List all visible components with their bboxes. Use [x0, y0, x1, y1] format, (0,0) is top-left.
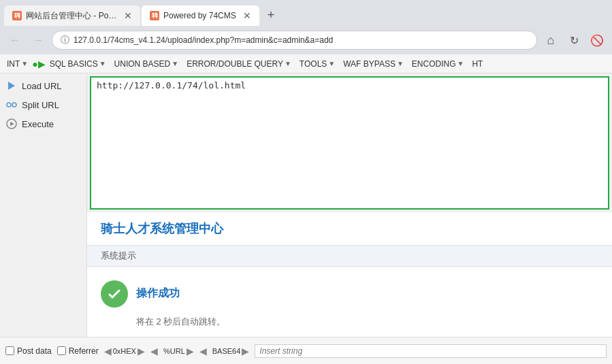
home-button[interactable]: ⌂	[541, 31, 560, 50]
toolbar-ht[interactable]: HT	[468, 58, 487, 70]
system-notice: 系统提示	[87, 246, 612, 267]
toolbar-tools[interactable]: TOOLS ▼	[295, 58, 339, 70]
green-arrow-right: ▶	[38, 59, 46, 69]
svg-point-2	[12, 103, 16, 107]
hex-label: 0xHEX	[113, 347, 136, 355]
toolbar-union-label: UNION BASED	[114, 59, 171, 69]
success-row: 操作成功	[101, 280, 598, 308]
svg-marker-4	[10, 122, 14, 126]
bottom-toolbar: Post data Referrer ◀ 0xHEX ▶ ◀ %URL ▶ ◀ …	[0, 337, 612, 364]
load-url-label: Load URL	[22, 81, 62, 91]
success-message: 将在 2 秒后自动跳转。	[136, 316, 598, 328]
referrer-label: Referrer	[69, 346, 99, 356]
svg-point-1	[7, 103, 11, 107]
sqlmap-toolbar: INT ▼ ● ▶ SQL BASICS ▼ UNION BASED ▼ ERR…	[0, 54, 612, 73]
url-arrow-left: ◀	[150, 346, 158, 357]
toolbar-int[interactable]: INT ▼	[3, 58, 32, 70]
tab-bar: 聘 网站后台管理中心 - Pow... ✕ 聘 Powered by 74CMS…	[0, 0, 612, 26]
base64-label: BASE64	[212, 347, 241, 355]
site-title: 骑士人才系统管理中心	[101, 222, 223, 235]
web-content: 骑士人才系统管理中心 系统提示 操作成功 将在 2 秒后自动跳转。	[87, 212, 612, 337]
load-url-icon	[5, 80, 18, 92]
error-dropdown-arrow: ▼	[285, 60, 291, 67]
success-area: 操作成功 将在 2 秒后自动跳转。 ↵ 返回上一页	[87, 267, 612, 337]
split-url-item[interactable]: Split URL	[0, 95, 86, 114]
tab-1-icon: 聘	[12, 11, 22, 20]
toolbar-sql-basics[interactable]: SQL BASICS ▼	[46, 58, 110, 70]
post-data-label: Post data	[17, 346, 52, 356]
url-arrow-right: ▶	[187, 346, 194, 357]
cancel-navigation-button[interactable]: 🚫	[587, 31, 607, 50]
tab-2-icon: 聘	[150, 11, 159, 20]
encoding-dropdown-arrow: ▼	[457, 60, 464, 67]
url-bar[interactable]: ⓘ 127.0.0.1/74cms_v4.1.24/upload/index.p…	[52, 31, 537, 50]
svg-marker-0	[8, 82, 15, 90]
execute-item[interactable]: Execute	[0, 114, 86, 133]
hex-encode-button[interactable]: ◀ 0xHEX ▶	[104, 346, 145, 357]
refresh-button[interactable]: ↻	[564, 31, 583, 50]
url-input[interactable]: http://127.0.0.1/74/lol.html	[90, 76, 609, 210]
union-dropdown-arrow: ▼	[172, 60, 178, 67]
insert-string-input[interactable]	[255, 344, 607, 358]
sql-basics-dropdown-arrow: ▼	[99, 60, 106, 67]
system-notice-label: 系统提示	[101, 250, 136, 261]
base64-encode-button[interactable]: BASE64 ▶	[212, 346, 250, 357]
base64-encode-left-button[interactable]: ◀	[199, 346, 207, 357]
referrer-checkbox-item[interactable]: Referrer	[57, 346, 99, 356]
toolbar-sql-basics-label: SQL BASICS	[50, 59, 98, 69]
post-data-checkbox-item[interactable]: Post data	[5, 346, 52, 356]
waf-dropdown-arrow: ▼	[397, 60, 404, 67]
toolbar-error-label: ERROR/DOUBLE QUERY	[187, 59, 283, 69]
load-url-item[interactable]: Load URL	[0, 76, 86, 95]
url-encode-button[interactable]: %URL ▶	[163, 346, 194, 357]
main-content-row: Load URL Split URL Execu	[0, 73, 612, 337]
toolbar-union-based[interactable]: UNION BASED ▼	[110, 58, 183, 70]
toolbar-waf-bypass[interactable]: WAF BYPASS ▼	[339, 58, 408, 70]
url-section: http://127.0.0.1/74/lol.html 骑士人才系统管理中心 …	[87, 73, 612, 337]
base64-arrow-left: ◀	[199, 346, 207, 357]
site-header: 骑士人才系统管理中心	[87, 212, 612, 246]
split-url-label: Split URL	[22, 100, 59, 110]
back-button[interactable]: ←	[5, 31, 25, 50]
referrer-checkbox[interactable]	[57, 346, 66, 355]
tab-1[interactable]: 聘 网站后台管理中心 - Pow... ✕	[4, 5, 140, 26]
execute-label: Execute	[22, 119, 54, 129]
left-panel: Load URL Split URL Execu	[0, 73, 87, 337]
success-icon	[101, 280, 128, 308]
tab-1-close[interactable]: ✕	[124, 10, 132, 21]
split-url-icon	[5, 99, 18, 111]
int-dropdown-arrow: ▼	[21, 60, 28, 67]
tab-2[interactable]: 聘 Powered by 74CMS ✕	[142, 5, 259, 26]
new-tab-button[interactable]: +	[263, 8, 279, 22]
execute-icon	[5, 118, 18, 130]
url-display: 127.0.0.1/74cms_v4.1.24/upload/index.php…	[74, 35, 528, 45]
url-encode-left-button[interactable]: ◀	[150, 346, 158, 357]
forward-button[interactable]: →	[29, 31, 48, 50]
hex-arrow-right: ▶	[138, 346, 145, 357]
post-data-checkbox[interactable]	[5, 346, 14, 355]
hex-arrow-left: ◀	[104, 346, 112, 357]
toolbar-error-query[interactable]: ERROR/DOUBLE QUERY ▼	[182, 58, 295, 70]
toolbar-tools-label: TOOLS	[300, 59, 327, 69]
url-encode-label: %URL	[163, 347, 185, 355]
tab-2-close[interactable]: ✕	[243, 10, 251, 21]
browser-window: 聘 网站后台管理中心 - Pow... ✕ 聘 Powered by 74CMS…	[0, 0, 612, 364]
toolbar-encoding-label: ENCODING	[412, 59, 456, 69]
tab-1-title: 网站后台管理中心 - Pow...	[26, 10, 117, 22]
toolbar-waf-label: WAF BYPASS	[343, 59, 396, 69]
info-icon: ⓘ	[61, 34, 69, 46]
tools-dropdown-arrow: ▼	[328, 60, 335, 67]
tab-2-title: Powered by 74CMS	[163, 11, 236, 20]
base64-arrow-right: ▶	[242, 346, 249, 357]
toolbar-ht-label: HT	[472, 59, 483, 69]
address-bar: ← → ⓘ 127.0.0.1/74cms_v4.1.24/upload/ind…	[0, 26, 612, 54]
toolbar-int-label: INT	[7, 59, 20, 69]
green-dot-1: ●	[32, 59, 37, 69]
toolbar-encoding[interactable]: ENCODING ▼	[408, 58, 468, 70]
success-title: 操作成功	[136, 286, 180, 301]
